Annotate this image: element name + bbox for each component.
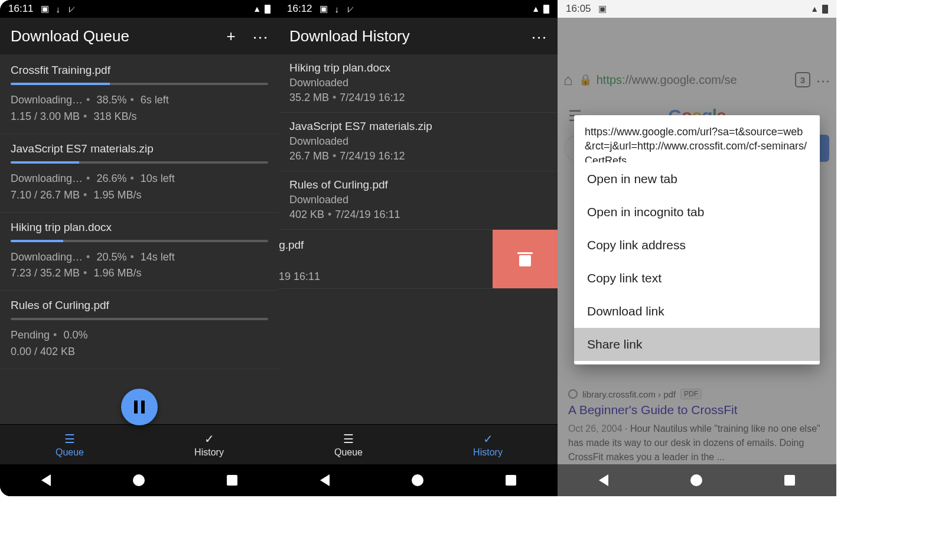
file-name: Crossfit Training.pdf xyxy=(11,64,268,77)
image-icon: ▣ xyxy=(41,4,49,14)
image-icon: ▣ xyxy=(598,4,607,14)
context-menu-url: https://www.google.com/url?sa=t&source=w… xyxy=(574,115,820,162)
nav-recent-icon[interactable] xyxy=(227,475,237,486)
image-icon: ▣ xyxy=(320,4,328,14)
status-time: 16:11 xyxy=(8,3,34,15)
add-button[interactable]: + xyxy=(219,27,243,45)
file-name: Hiking trip plan.docx xyxy=(289,61,547,74)
wifi-icon: ▲ xyxy=(810,4,819,14)
tab-history[interactable]: ✓ History xyxy=(418,425,558,464)
progress-bar xyxy=(11,318,268,320)
delete-button[interactable] xyxy=(493,230,558,288)
history-item-swiped[interactable]: aining.pdf d 7/24/19 16:11 xyxy=(279,230,558,289)
nav-back-icon[interactable] xyxy=(320,474,330,486)
download-icon: ↓ xyxy=(335,4,340,14)
status-time: 16:12 xyxy=(287,3,312,15)
wifi-icon: ▲ xyxy=(532,4,540,14)
queue-item[interactable]: Hiking trip plan.docx Downloading…• 20.5… xyxy=(0,213,279,291)
nav-recent-icon[interactable] xyxy=(784,475,795,486)
status-bar: 16:05 ▣ ▲ xyxy=(558,0,836,18)
tab-history[interactable]: ✓ History xyxy=(139,425,279,464)
history-item[interactable]: Rules of Curling.pdf Downloaded 402 KB•7… xyxy=(279,171,558,230)
app-bar: Download History ⋮ xyxy=(279,18,558,54)
check-icon: ⩗ xyxy=(346,4,355,14)
menu-open-incognito[interactable]: Open in incognito tab xyxy=(574,196,820,229)
status-bar: 16:12 ▣ ↓ ⩗ ▲ xyxy=(279,0,558,18)
file-name: JavaScript ES7 materials.zip xyxy=(289,120,547,133)
status-bar: 16:11 ▣ ↓ ⩗ ▲ xyxy=(0,0,279,18)
nav-home-icon[interactable] xyxy=(690,474,702,486)
pause-all-button[interactable] xyxy=(121,389,158,425)
page-title: Download Queue xyxy=(11,27,219,45)
queue-item[interactable]: JavaScript ES7 materials.zip Downloading… xyxy=(0,134,279,213)
queue-item[interactable]: Rules of Curling.pdf Pending• 0.0% 0.00 … xyxy=(0,291,279,369)
app-bar: Download Queue + ⋮ xyxy=(0,18,279,54)
file-name: Hiking trip plan.docx xyxy=(11,221,268,234)
android-nav xyxy=(0,464,279,496)
history-list: Hiking trip plan.docx Downloaded 35.2 MB… xyxy=(279,54,558,424)
tab-queue[interactable]: ☰ Queue xyxy=(279,425,418,464)
history-item[interactable]: JavaScript ES7 materials.zip Downloaded … xyxy=(279,113,558,171)
page-title: Download History xyxy=(289,27,522,45)
nav-recent-icon[interactable] xyxy=(506,475,516,486)
check-icon: ✓ xyxy=(483,432,493,446)
status-time: 16:05 xyxy=(566,3,591,15)
nav-home-icon[interactable] xyxy=(133,474,145,486)
menu-download-link[interactable]: Download link xyxy=(574,295,820,328)
queue-item[interactable]: Crossfit Training.pdf Downloading…• 38.5… xyxy=(0,56,279,134)
menu-open-new-tab[interactable]: Open in new tab xyxy=(574,162,820,196)
bottom-tabs: ☰ Queue ✓ History xyxy=(0,424,279,464)
battery-icon xyxy=(543,5,549,14)
file-name: JavaScript ES7 materials.zip xyxy=(11,142,268,155)
file-name: aining.pdf xyxy=(279,237,493,253)
bottom-tabs: ☰ Queue ✓ History xyxy=(279,424,558,464)
pane-chrome: 16:05 ▣ ▲ ⌂ 🔒 https://www.google.com/se … xyxy=(558,0,836,496)
menu-copy-link-text[interactable]: Copy link text xyxy=(574,262,820,295)
android-nav xyxy=(558,464,836,496)
file-name: Rules of Curling.pdf xyxy=(289,178,547,191)
progress-bar xyxy=(11,240,268,242)
progress-bar xyxy=(11,161,268,164)
check-icon: ⩗ xyxy=(67,4,76,14)
nav-back-icon[interactable] xyxy=(599,474,608,486)
queue-list: Crossfit Training.pdf Downloading…• 38.5… xyxy=(0,54,279,424)
menu-share-link[interactable]: Share link xyxy=(574,328,820,361)
more-button[interactable]: ⋮ xyxy=(522,30,547,42)
wifi-icon: ▲ xyxy=(253,4,261,14)
menu-copy-link-address[interactable]: Copy link address xyxy=(574,229,820,262)
check-icon: ✓ xyxy=(204,432,214,446)
more-button[interactable]: ⋮ xyxy=(243,30,268,42)
pane-download-queue: 16:11 ▣ ↓ ⩗ ▲ Download Queue + ⋮ Crossfi… xyxy=(0,0,279,496)
trash-icon xyxy=(519,252,531,266)
tab-queue[interactable]: ☰ Queue xyxy=(0,425,139,464)
android-nav xyxy=(279,464,558,496)
pane-download-history: 16:12 ▣ ↓ ⩗ ▲ Download History ⋮ Hiking … xyxy=(279,0,558,496)
nav-back-icon[interactable] xyxy=(41,474,51,486)
progress-bar xyxy=(11,83,268,85)
nav-home-icon[interactable] xyxy=(412,474,423,486)
battery-icon xyxy=(265,5,271,14)
pause-icon xyxy=(134,401,145,414)
download-icon: ↓ xyxy=(56,4,61,14)
history-item[interactable]: Hiking trip plan.docx Downloaded 35.2 MB… xyxy=(279,54,558,113)
list-icon: ☰ xyxy=(64,432,75,446)
context-menu: https://www.google.com/url?sa=t&source=w… xyxy=(574,115,820,364)
battery-icon xyxy=(822,5,828,14)
list-icon: ☰ xyxy=(343,432,354,446)
file-name: Rules of Curling.pdf xyxy=(11,299,268,312)
